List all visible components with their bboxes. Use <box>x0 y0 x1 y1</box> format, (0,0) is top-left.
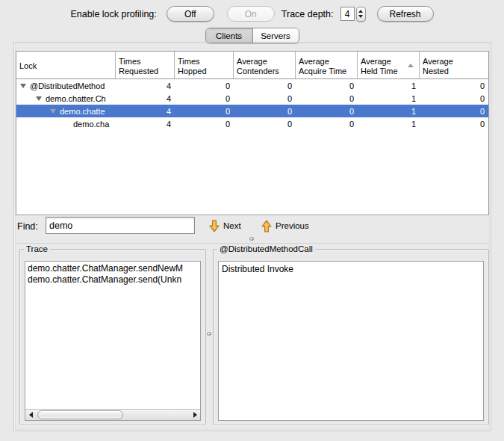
trace-depth-label: Trace depth: <box>281 9 334 19</box>
off-button[interactable]: Off <box>167 6 214 22</box>
trace-depth-stepper[interactable] <box>356 7 366 22</box>
detail-text: Distributed Invoke <box>219 262 483 275</box>
lock-table: Lock Times Requested Times Hopped Averag… <box>16 51 489 215</box>
trace-depth-value[interactable]: 4 <box>340 7 355 21</box>
scroll-right-arrow-icon[interactable] <box>190 410 200 421</box>
column-header-average-nested[interactable]: Average Nested <box>420 52 488 78</box>
clients-servers-tabbar: Clients Servers <box>205 28 299 43</box>
find-next-label: Next <box>223 221 241 230</box>
toolbar: Enable lock profiling: Off On Trace dept… <box>0 0 504 28</box>
distributed-method-call-groupbox: @DistributedMethodCall Distributed Invok… <box>213 249 489 425</box>
stepper-up-icon[interactable] <box>358 10 363 13</box>
column-header-times-hopped[interactable]: Times Hopped <box>175 52 234 78</box>
lock-table-body: @DistributedMethod 4 0 0 0 1 0 demo.chat… <box>16 79 488 130</box>
trace-horizontal-scrollbar[interactable] <box>25 409 200 420</box>
column-header-average-held-time[interactable]: Average Held Time <box>358 52 420 78</box>
down-arrow-icon <box>209 220 220 232</box>
column-header-average-contenders[interactable]: Average Contenders <box>234 52 296 78</box>
find-label: Find: <box>17 221 38 232</box>
on-button: On <box>227 6 275 22</box>
lock-name: @DistributedMethod <box>30 81 105 90</box>
horizontal-splitter-grip[interactable] <box>249 237 254 241</box>
find-previous-label: Previous <box>276 221 309 230</box>
clients-tab-panel: Lock Times Requested Times Hopped Averag… <box>13 42 491 431</box>
column-header-lock[interactable]: Lock <box>16 52 116 78</box>
up-arrow-icon <box>261 220 272 232</box>
sort-ascending-icon <box>408 64 414 67</box>
lock-table-header: Lock Times Requested Times Hopped Averag… <box>16 52 488 79</box>
tab-clients[interactable]: Clients <box>206 28 252 43</box>
disclosure-triangle-icon[interactable] <box>20 84 26 88</box>
table-row[interactable]: demo.cha 4 0 0 0 1 0 <box>16 117 488 130</box>
scroll-left-arrow-icon[interactable] <box>25 410 36 421</box>
tab-servers[interactable]: Servers <box>252 28 299 43</box>
stepper-down-icon[interactable] <box>358 15 363 18</box>
trace-list-item[interactable]: demo.chatter.ChatManager.send(Unkn <box>25 274 200 286</box>
find-input[interactable] <box>46 217 195 234</box>
column-header-times-requested[interactable]: Times Requested <box>116 52 175 78</box>
trace-list-item[interactable]: demo.chatter.ChatManager.sendNewM <box>25 263 200 274</box>
distributed-method-call-title: @DistributedMethodCall <box>217 244 315 253</box>
find-previous-button[interactable]: Previous <box>261 218 309 233</box>
disclosure-triangle-icon[interactable] <box>50 109 56 114</box>
table-row[interactable]: @DistributedMethod 4 0 0 0 1 0 <box>16 79 488 92</box>
lock-name: demo.chatter.Ch <box>46 94 106 103</box>
disclosure-triangle-icon[interactable] <box>36 96 42 101</box>
enable-lock-profiling-label: Enable lock profiling: <box>70 9 156 19</box>
refresh-button[interactable]: Refresh <box>377 6 434 22</box>
table-row[interactable]: demo.chatter.Ch 4 0 0 0 1 0 <box>16 92 488 105</box>
vertical-splitter-grip[interactable] <box>207 332 211 336</box>
trace-groupbox-title: Trace <box>24 244 50 253</box>
trace-list[interactable]: demo.chatter.ChatManager.sendNewM demo.c… <box>25 261 201 421</box>
column-header-average-acquire-time[interactable]: Average Acquire Time <box>296 52 358 78</box>
splitter-divider <box>16 243 489 244</box>
lock-name: demo.cha <box>73 120 109 129</box>
distributed-method-call-textarea[interactable]: Distributed Invoke <box>218 261 484 421</box>
lock-name: demo.chatte <box>60 107 105 116</box>
scrollbar-track[interactable] <box>36 410 190 421</box>
find-next-button[interactable]: Next <box>209 218 241 233</box>
trace-groupbox: Trace demo.chatter.ChatManager.sendNewM … <box>19 249 206 425</box>
table-row-selected[interactable]: demo.chatte 4 0 0 0 1 0 <box>16 105 488 117</box>
scrollbar-thumb[interactable] <box>37 410 123 419</box>
